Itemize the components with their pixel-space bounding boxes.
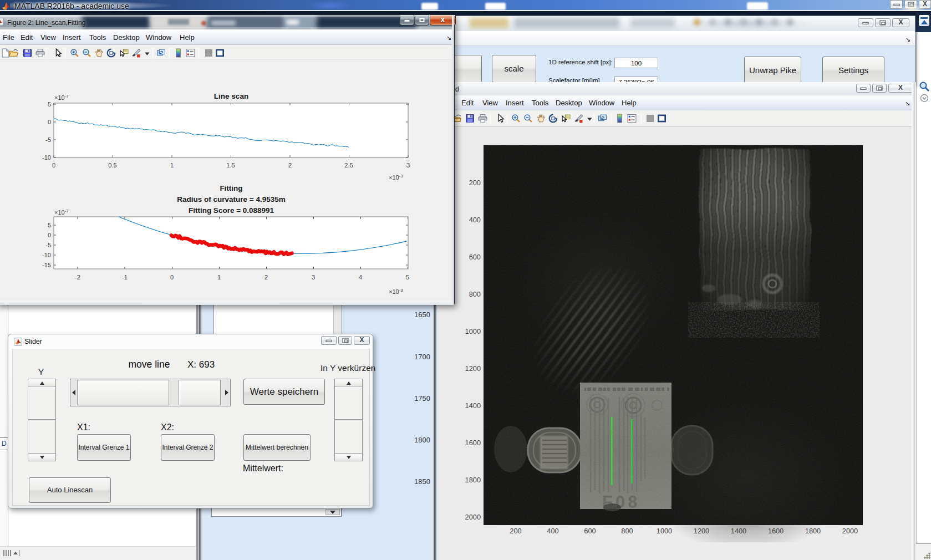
svg-text:×10-3: ×10-3 [389,288,403,295]
svg-text:4: 4 [359,274,362,281]
svg-text:-15: -15 [42,262,51,268]
svg-text:1600: 1600 [465,439,481,447]
svg-text:1000: 1000 [657,527,672,535]
svg-text:×10-7: ×10-7 [54,208,69,216]
svg-text:5: 5 [406,274,409,281]
svg-text:Fitting: Fitting [220,184,242,192]
svg-text:1200: 1200 [465,364,481,373]
svg-text:1.5: 1.5 [226,162,235,169]
svg-text:-5: -5 [45,136,51,143]
svg-text:0: 0 [170,274,174,281]
svg-text:600: 600 [584,527,596,535]
svg-text:0.5: 0.5 [108,162,116,169]
svg-text:0: 0 [48,232,51,238]
svg-text:200: 200 [510,527,521,535]
svg-text:400: 400 [547,527,558,535]
svg-text:800: 800 [621,527,633,535]
svg-text:Line scan: Line scan [214,92,248,100]
svg-text:-10: -10 [42,154,51,161]
svg-text:-1: -1 [122,274,128,281]
svg-text:2: 2 [264,274,268,281]
svg-text:-10: -10 [42,252,51,258]
svg-text:3: 3 [406,162,410,169]
svg-text:1800: 1800 [465,476,481,484]
svg-text:0: 0 [48,119,51,125]
svg-text:1: 1 [170,162,174,169]
svg-text:1600: 1600 [768,527,784,535]
svg-text:Radius of curvature = 4.9535m: Radius of curvature = 4.9535m [177,195,285,203]
svg-text:400: 400 [469,216,481,224]
svg-text:2: 2 [288,162,292,169]
svg-text:200: 200 [469,179,481,187]
svg-text:1200: 1200 [694,527,709,535]
svg-text:5: 5 [48,222,51,228]
svg-text:-2: -2 [75,274,80,281]
svg-text:Fitting Score = 0.088991: Fitting Score = 0.088991 [189,206,274,215]
svg-text:1400: 1400 [465,401,481,410]
svg-text:2.5: 2.5 [344,162,353,169]
svg-text:800: 800 [469,290,481,298]
svg-text:1: 1 [217,274,221,281]
svg-text:600: 600 [469,253,481,261]
svg-text:×10-7: ×10-7 [54,94,69,101]
svg-text:1400: 1400 [731,527,746,535]
svg-text:3: 3 [312,274,315,281]
svg-text:2000: 2000 [842,527,858,535]
svg-text:1000: 1000 [465,327,481,335]
svg-text:1800: 1800 [805,527,821,535]
svg-text:0: 0 [52,162,55,169]
svg-text:2000: 2000 [465,513,481,521]
svg-text:-5: -5 [45,242,51,248]
svg-text:5: 5 [48,101,51,108]
svg-text:×10-3: ×10-3 [389,174,403,181]
